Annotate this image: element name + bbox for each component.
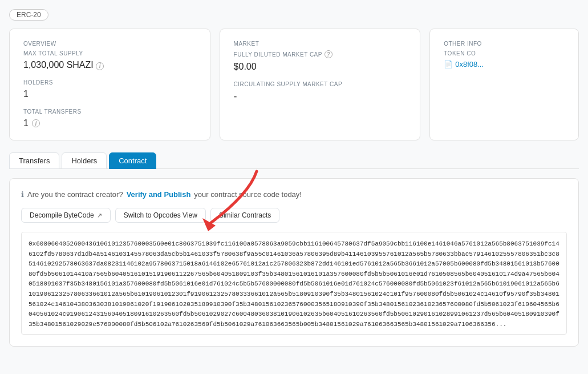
supply-value: 1,030,000 SHAZI i [23,60,196,70]
supply-label: MAX TOTAL SUPPLY [23,50,196,57]
transfers-label: TOTAL TRANSFERS [23,108,196,115]
overview-card: Overview MAX TOTAL SUPPLY 1,030,000 SHAZ… [9,29,210,140]
overview-title: Overview [23,41,196,47]
holders-value: 1 [23,89,196,99]
transfers-value: 1 i [23,118,196,128]
cards-row: Overview MAX TOTAL SUPPLY 1,030,000 SHAZ… [9,29,579,140]
other-info-card: Other Info TOKEN CO 📄 0x8f08... [429,29,579,140]
switch-opcodes-button[interactable]: Switch to Opcodes View [115,208,206,223]
doc-icon: 📄 [444,60,453,69]
external-link-icon: ↗ [97,212,102,219]
transfers-info-icon[interactable]: i [32,119,40,127]
verify-info-icon: ℹ [21,190,24,199]
circ-value: - [234,91,407,103]
supply-info-icon[interactable]: i [96,62,104,70]
fdmc-value: $0.00 [234,62,407,72]
decompile-bytecode-button[interactable]: Decompile ByteCode ↗ [21,208,111,223]
market-card: Market FULLY DILUTED MARKET CAP ? $0.00 … [220,29,421,140]
fdmc-info-icon[interactable]: ? [325,50,332,58]
verify-message: ℹ Are you the contract creator? Verify a… [21,190,567,199]
similar-contracts-button[interactable]: Similar Contracts [210,208,279,223]
fdmc-label: FULLY DILUTED MARKET CAP ? [234,50,407,58]
erc20-badge: ERC-20 [9,9,48,21]
other-title: Other Info [444,41,565,47]
contract-section: ℹ Are you the contract creator? Verify a… [9,178,579,347]
verify-publish-link[interactable]: Verify and Publish [127,190,191,199]
token-contract-label: TOKEN CO [444,50,565,57]
tabs-row: Transfers Holders Contract [9,152,579,169]
circ-label: CIRCULATING SUPPLY MARKET CAP [234,81,407,87]
market-title: Market [234,41,407,47]
holders-label: HOLDERS [23,79,196,86]
action-buttons: Decompile ByteCode ↗ Switch to Opcodes V… [21,208,567,223]
token-address-link[interactable]: 📄 0x8f08... [444,60,565,69]
bytecode-display: 0x6080604052600436106101235760003560e01c… [21,232,567,335]
tab-contract[interactable]: Contract [109,152,156,169]
tab-transfers[interactable]: Transfers [9,152,59,169]
tab-holders[interactable]: Holders [62,152,107,169]
